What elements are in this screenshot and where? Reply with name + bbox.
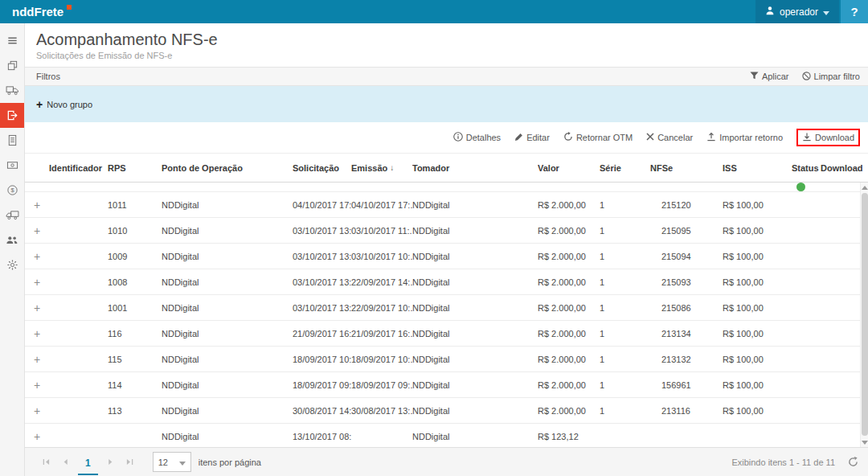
column-header-identificador[interactable]: Identificador: [49, 163, 108, 173]
cell-emissao: 22/09/2017 10:...: [351, 303, 412, 313]
column-header-rps[interactable]: RPS: [108, 163, 162, 173]
details-button[interactable]: Detalhes: [453, 132, 501, 143]
cell-iss: R$ 100,00: [723, 226, 792, 236]
expand-row-button[interactable]: +: [25, 224, 49, 237]
expand-row-button[interactable]: +: [25, 302, 49, 314]
current-page-button[interactable]: 1: [78, 453, 98, 475]
users-icon[interactable]: [0, 228, 24, 252]
coin-icon[interactable]: $: [0, 178, 24, 203]
table-row[interactable]: + NDDigital 13/10/2017 08:... NDDigital …: [25, 424, 868, 447]
cancel-button[interactable]: Cancelar: [646, 133, 693, 142]
column-header-ponto[interactable]: Ponto de Operação: [162, 163, 293, 173]
import-return-button[interactable]: Importar retorno: [706, 132, 783, 143]
clear-filter-button[interactable]: Limpar filtro: [802, 72, 860, 82]
cell-tomador: NDDigital: [412, 277, 538, 287]
column-header-download[interactable]: Download: [821, 163, 868, 173]
nfse-export-icon[interactable]: [0, 103, 24, 128]
menu-icon[interactable]: [0, 28, 24, 53]
cell-nfse: 215095: [650, 226, 723, 236]
page-header: Acompanhamento NFS-e Solicitações de Emi…: [25, 23, 868, 67]
column-header-emissao[interactable]: Emissão ↓: [351, 163, 412, 173]
new-group-button[interactable]: + Novo grupo: [36, 100, 92, 109]
expand-row-button[interactable]: +: [25, 327, 49, 340]
table-row[interactable]: + 1011 NDDigital 04/10/2017 17:... 04/10…: [25, 192, 868, 218]
table-row[interactable]: + 116 NDDigital 21/09/2017 16:... 21/09/…: [25, 321, 868, 347]
gears-icon[interactable]: [0, 252, 24, 277]
return-otm-button[interactable]: Retornar OTM: [563, 132, 633, 143]
column-header-serie[interactable]: Série: [600, 163, 650, 173]
prev-page-button[interactable]: [55, 452, 75, 473]
table-row[interactable]: + 1010 NDDigital 03/10/2017 13:... 03/10…: [25, 218, 868, 244]
cell-nfse: 156961: [650, 380, 723, 390]
table-row[interactable]: + 115 NDDigital 18/09/2017 10:... 18/09/…: [25, 347, 868, 372]
column-header-solicitacao[interactable]: Solicitação: [293, 163, 351, 173]
expand-row-button[interactable]: +: [25, 250, 49, 263]
topbar: nddFrete operador ?: [0, 0, 868, 23]
cell-emissao: 18/09/2017 09:...: [351, 380, 412, 390]
last-page-button[interactable]: [121, 452, 140, 473]
expand-row-button[interactable]: +: [25, 353, 49, 366]
vertical-scrollbar[interactable]: [860, 183, 868, 447]
cell-iss: R$ 100,00: [723, 355, 792, 364]
cell-valor: R$ 2.000,00: [538, 355, 600, 364]
banknote-icon[interactable]: [0, 153, 24, 178]
column-header-iss[interactable]: ISS: [723, 163, 792, 173]
expand-row-button[interactable]: +: [25, 276, 49, 289]
table-row[interactable]: + 1009 NDDigital 03/10/2017 13:... 03/10…: [25, 244, 868, 269]
user-menu-button[interactable]: operador: [755, 0, 839, 23]
cell-tomador: NDDigital: [412, 380, 538, 390]
table-row[interactable]: + 1008 NDDigital 03/10/2017 13:... 22/09…: [25, 269, 868, 295]
expand-row-button[interactable]: +: [25, 379, 49, 392]
scroll-down-icon[interactable]: [862, 437, 868, 447]
cell-status: [792, 226, 821, 236]
cell-ponto: NDDigital: [162, 406, 293, 416]
cell-valor: R$ 123,12: [538, 432, 600, 441]
new-group-label: Novo grupo: [47, 100, 92, 109]
apply-filter-label: Aplicar: [762, 72, 789, 81]
document-icon[interactable]: [0, 128, 24, 153]
cell-valor: R$ 2.000,00: [538, 252, 600, 261]
help-button[interactable]: ?: [841, 0, 868, 23]
page-size-select[interactable]: 12: [153, 452, 191, 472]
next-page-button[interactable]: [101, 452, 121, 473]
cell-iss: R$ 100,00: [723, 329, 792, 339]
pencil-icon: [514, 133, 523, 143]
edit-label: Editar: [526, 133, 550, 142]
column-header-status[interactable]: Status: [792, 163, 821, 173]
cell-ponto: NDDigital: [162, 303, 293, 313]
cell-solicitacao: 04/10/2017 17:...: [293, 200, 351, 210]
download-button[interactable]: Download: [796, 129, 860, 146]
edit-button[interactable]: Retornar OTM Editar: [514, 133, 550, 143]
delivery-icon[interactable]: [0, 203, 24, 228]
slash-circle-icon: [802, 72, 811, 82]
expand-row-button[interactable]: +: [25, 430, 49, 443]
first-page-button[interactable]: [36, 452, 55, 473]
logo-text: nddFrete: [12, 5, 63, 18]
apply-filter-button[interactable]: Aplicar: [750, 72, 789, 82]
app-logo: nddFrete: [0, 0, 73, 23]
scroll-up-icon[interactable]: [862, 183, 868, 192]
table-row[interactable]: + 114 NDDigital 18/09/2017 09:... 18/09/…: [25, 372, 868, 398]
help-label: ?: [850, 5, 858, 18]
page-size-value: 12: [158, 458, 168, 467]
upload-icon: [706, 132, 716, 143]
column-header-nfse[interactable]: NFSe: [650, 163, 723, 173]
nfse-table: Identificador RPS Ponto de Operação Soli…: [25, 153, 868, 447]
expand-row-button[interactable]: +: [25, 404, 49, 417]
download-icon: [802, 132, 812, 143]
expand-row-button[interactable]: +: [25, 199, 49, 211]
copy-icon[interactable]: [0, 53, 24, 78]
truck-icon[interactable]: [0, 78, 24, 103]
refresh-icon[interactable]: [848, 457, 858, 467]
cell-rps: 1011: [108, 200, 162, 210]
cell-iss: R$ 100,00: [723, 303, 792, 313]
table-row[interactable]: + 1001 NDDigital 03/10/2017 13:... 22/09…: [25, 295, 868, 321]
cell-valor: R$ 2.000,00: [538, 200, 600, 210]
logo-square-icon: [67, 5, 72, 10]
column-header-tomador[interactable]: Tomador: [412, 163, 538, 173]
table-row[interactable]: + 113 NDDigital 30/08/2017 14:... 30/08/…: [25, 398, 868, 424]
column-header-valor[interactable]: Valor: [538, 163, 600, 173]
sidebar: $: [0, 23, 25, 476]
scrollbar-thumb[interactable]: [862, 193, 868, 436]
cell-tomador: NDDigital: [412, 406, 538, 416]
